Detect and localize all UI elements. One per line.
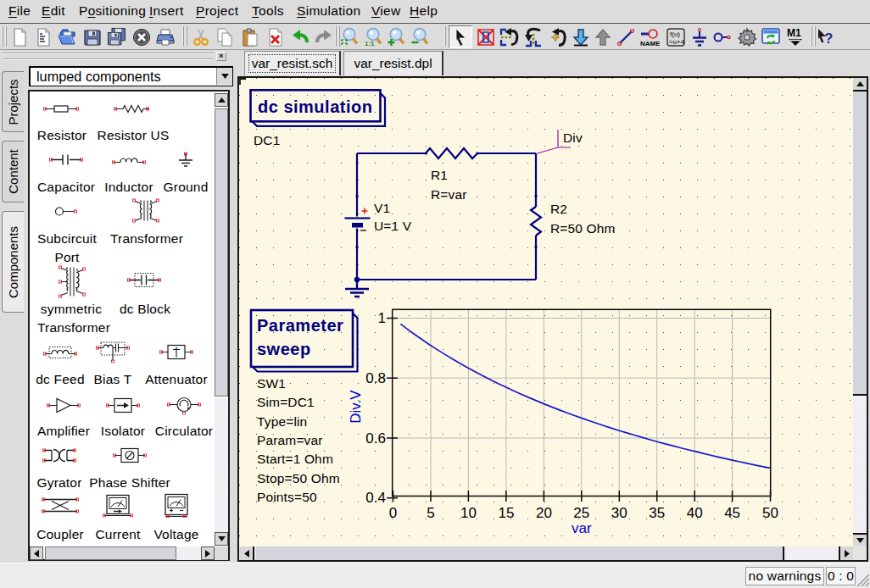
svg-text:var: var [572, 520, 592, 536]
svg-text:30: 30 [611, 505, 627, 521]
svg-text:50: 50 [762, 505, 778, 521]
svg-text:SW1: SW1 [257, 376, 286, 391]
svg-text:R1: R1 [431, 168, 448, 182]
svg-text:20: 20 [536, 505, 552, 521]
svg-text:Points=50: Points=50 [257, 490, 317, 504]
svg-text:Parameter: Parameter [257, 316, 343, 335]
svg-text:DC1: DC1 [254, 133, 280, 147]
svg-text:dc simulation: dc simulation [258, 97, 372, 116]
svg-text:M1: M1 [787, 27, 801, 39]
svg-text:1:1: 1:1 [365, 40, 375, 47]
svg-text:sweep: sweep [257, 340, 311, 358]
svg-text:V1: V1 [374, 201, 390, 215]
svg-text:R=50 Ohm: R=50 Ohm [550, 221, 616, 236]
svg-text:5: 5 [427, 505, 434, 521]
svg-text:0.6: 0.6 [365, 430, 386, 447]
svg-text:0.8: 0.8 [365, 370, 386, 386]
svg-text:0: 0 [389, 505, 397, 521]
svg-text:40: 40 [687, 505, 703, 521]
svg-text:=u+4: =u+4 [669, 38, 685, 46]
svg-text:Div: Div [563, 130, 583, 145]
svg-text:10: 10 [460, 505, 477, 521]
svg-text:Param=var: Param=var [257, 433, 323, 447]
svg-text:f(u): f(u) [670, 31, 680, 38]
svg-text:NAME: NAME [640, 40, 660, 47]
svg-text:45: 45 [724, 505, 740, 521]
svg-text:U=1 V: U=1 V [374, 219, 412, 233]
svg-text:15: 15 [498, 505, 514, 521]
svg-text:Stop=50 Ohm: Stop=50 Ohm [257, 471, 340, 485]
svg-text:R2: R2 [550, 202, 567, 216]
svg-text:0.4: 0.4 [365, 490, 386, 506]
svg-text:Sim=DC1: Sim=DC1 [257, 395, 315, 409]
svg-text:25: 25 [573, 505, 589, 521]
svg-text:35: 35 [649, 505, 665, 521]
svg-text:Start=1 Ohm: Start=1 Ohm [257, 452, 333, 466]
svg-text:?: ? [824, 31, 833, 47]
svg-text:R=var: R=var [431, 187, 467, 202]
svg-text:1: 1 [378, 310, 386, 326]
svg-text:Type=lin: Type=lin [257, 414, 307, 429]
svg-text:Div.V: Div.V [348, 390, 364, 424]
